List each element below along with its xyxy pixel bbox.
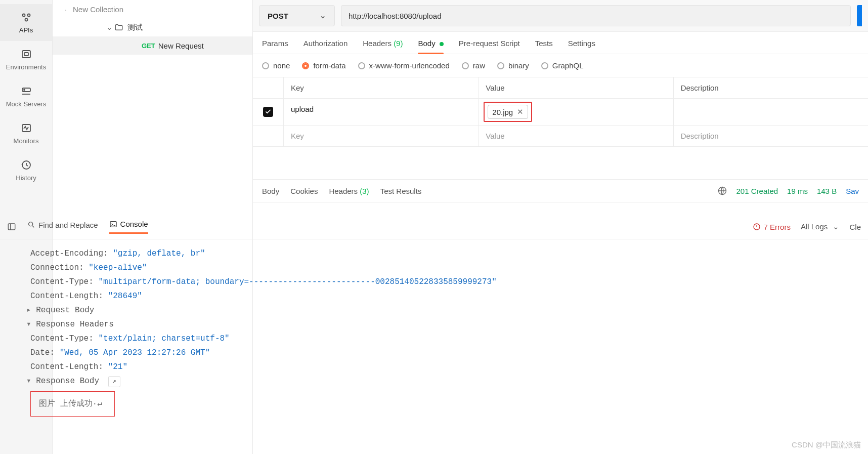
console-icon [109, 220, 117, 228]
radio-xwww[interactable]: x-www-form-urlencoded [358, 61, 450, 70]
svg-rect-10 [8, 224, 15, 230]
remove-file-icon[interactable]: ✕ [517, 107, 524, 116]
tab-label: Headers [363, 39, 392, 48]
clear-button[interactable]: Cle [849, 223, 861, 231]
tab-label: Console [120, 220, 148, 228]
url-input[interactable]: http://localhost:8080/upload [341, 5, 851, 26]
response-headers-toggle[interactable]: Response Headers [26, 317, 842, 332]
size-text: 143 B [817, 187, 837, 195]
radio-graphql[interactable]: GraphQL [541, 61, 584, 70]
body-type-radios: none form-data x-www-form-urlencoded raw… [253, 54, 868, 77]
method-select[interactable]: POST ⌄ [259, 5, 335, 26]
open-external-icon[interactable]: ↗ [108, 376, 120, 387]
cell-key[interactable]: upload [283, 99, 478, 125]
svg-point-1 [27, 14, 30, 17]
url-bar: POST ⌄ http://localhost:8080/upload [253, 0, 868, 32]
sidebar-item-apis[interactable]: APIs [0, 4, 52, 41]
radio-label: GraphQL [552, 61, 584, 70]
file-name: 20.jpg [492, 108, 513, 116]
svg-point-2 [25, 19, 27, 21]
folder-label: 测试 [127, 23, 143, 32]
console-tab[interactable]: Console [109, 220, 148, 234]
headers-count: (9) [394, 39, 403, 48]
sidebar-item-mock[interactable]: Mock Servers [0, 78, 52, 115]
dropdown-label: All Logs [801, 222, 828, 231]
tab-prerequest[interactable]: Pre-request Script [459, 39, 520, 54]
collection-row[interactable]: · New Collection [53, 0, 252, 18]
panel-toggle-icon[interactable] [7, 222, 16, 231]
footer-tabs: Find and Replace Console 7 Errors All Lo… [0, 215, 868, 239]
col-description: Description [673, 77, 868, 98]
radio-formdata[interactable]: form-data [302, 61, 345, 70]
response-tabs: Body Cookies Headers (3) Test Results [262, 187, 421, 195]
folder-icon [114, 23, 123, 32]
resp-tab-headers[interactable]: Headers (3) [329, 187, 369, 195]
radio-none[interactable]: none [262, 61, 290, 70]
resp-tab-cookies[interactable]: Cookies [290, 187, 318, 195]
tab-params[interactable]: Params [262, 39, 288, 54]
toggle-label: Response Headers [36, 320, 114, 329]
globe-icon[interactable] [717, 186, 727, 196]
request-body-toggle[interactable]: Request Body [26, 303, 842, 317]
header-value: "gzip, deflate, br" [113, 249, 205, 258]
svg-point-11 [29, 222, 33, 226]
tab-label: Settings [568, 39, 595, 48]
response-body-toggle[interactable]: Response Body ↗ [26, 374, 842, 388]
cell-description[interactable] [673, 99, 868, 125]
cell-key-placeholder[interactable]: Key [283, 126, 478, 146]
tab-authorization[interactable]: Authorization [303, 39, 348, 54]
toggle-label: Response Body [36, 377, 99, 386]
table-row: upload 20.jpg ✕ [253, 99, 868, 126]
svg-point-0 [22, 14, 25, 17]
sidebar-label: APIs [19, 26, 33, 34]
url-value: http://localhost:8080/upload [349, 12, 441, 20]
resp-tab-tests[interactable]: Test Results [380, 187, 422, 195]
errors-indicator[interactable]: 7 Errors [753, 223, 791, 231]
request-row[interactable]: GET New Request [53, 36, 252, 55]
radio-icon [358, 62, 365, 69]
response-meta: 201 Created 19 ms 143 B Sav [717, 186, 859, 196]
folder-row[interactable]: ⌄ 测试 [53, 18, 252, 36]
log-filter-dropdown[interactable]: All Logs ⌄ [801, 222, 840, 231]
row-checkbox[interactable] [263, 107, 273, 117]
svg-point-6 [24, 90, 25, 91]
chevron-down-icon: ⌄ [833, 222, 839, 231]
tab-settings[interactable]: Settings [568, 39, 595, 54]
radio-binary[interactable]: binary [497, 61, 529, 70]
radio-icon [262, 62, 269, 69]
response-bar: Body Cookies Headers (3) Test Results 20… [253, 179, 868, 202]
cell-desc-placeholder[interactable]: Description [673, 126, 868, 146]
cell-value-placeholder[interactable]: Value [478, 126, 673, 146]
svg-rect-4 [24, 53, 28, 56]
svg-rect-3 [22, 51, 30, 58]
chevron-down-icon: ⌄ [106, 23, 113, 32]
history-icon [20, 159, 32, 171]
header-key: Connection: [30, 263, 84, 272]
tab-label: Tests [535, 39, 553, 48]
tab-label: Find and Replace [38, 221, 98, 229]
radio-label: form-data [313, 61, 345, 70]
sidebar-item-monitors[interactable]: Monitors [0, 115, 52, 152]
save-response-button[interactable]: Sav [846, 187, 859, 195]
chevron-right-icon: · [65, 5, 72, 14]
header-value: "Wed, 05 Apr 2023 12:27:26 GMT" [60, 348, 210, 357]
tab-headers[interactable]: Headers (9) [363, 39, 403, 54]
mock-servers-icon [20, 85, 32, 97]
search-icon [27, 221, 35, 229]
modified-dot-icon [440, 42, 444, 46]
radio-raw[interactable]: raw [462, 61, 485, 70]
resp-tab-body[interactable]: Body [262, 187, 279, 195]
tab-label: Body [418, 39, 435, 48]
tab-label: Pre-request Script [459, 39, 520, 48]
header-value: "multipart/form-data; boundary=---------… [98, 277, 496, 286]
find-replace-tab[interactable]: Find and Replace [27, 221, 98, 233]
formdata-table: Key Value Description upload 20.jpg ✕ [253, 77, 868, 147]
sidebar-item-environments[interactable]: Environments [0, 41, 52, 78]
cell-value[interactable]: 20.jpg ✕ [478, 99, 673, 125]
sidebar-item-history[interactable]: History [0, 152, 52, 189]
send-button[interactable] [857, 5, 862, 26]
toggle-label: Request Body [36, 306, 94, 315]
tab-body[interactable]: Body [418, 39, 443, 54]
radio-icon [541, 62, 548, 69]
tab-tests[interactable]: Tests [535, 39, 553, 54]
